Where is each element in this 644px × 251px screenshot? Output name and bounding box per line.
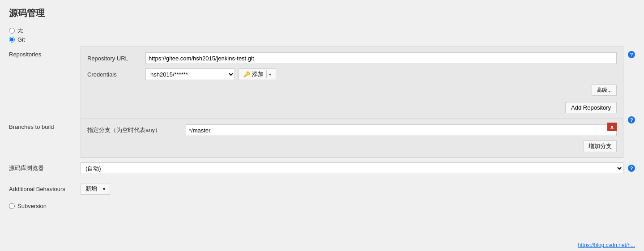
- branch-specifier-row: 指定分支（为空时代表any）: [87, 123, 617, 136]
- source-browser-help-icon[interactable]: ?: [628, 165, 635, 172]
- new-behaviour-arrow[interactable]: ▾: [100, 187, 105, 191]
- repositories-help-col: ? ?: [623, 47, 635, 123]
- repositories-help-icon[interactable]: ?: [628, 51, 635, 58]
- branches-label: Branches to build: [9, 119, 81, 134]
- bottom-link[interactable]: https://blog.csdn.net/h...: [578, 242, 635, 248]
- radio-none-label: 无: [17, 26, 23, 34]
- advanced-button[interactable]: 高级...: [592, 85, 617, 96]
- add-repository-button[interactable]: Add Repository: [565, 102, 617, 113]
- branch-specifier-label: 指定分支（为空时代表any）: [87, 126, 186, 134]
- page-title: 源码管理: [9, 7, 635, 19]
- branches-help-icon[interactable]: ?: [628, 116, 635, 123]
- branches-box: x 指定分支（为空时代表any） 增加分支: [81, 119, 623, 158]
- add-branch-button[interactable]: 增加分支: [584, 140, 617, 152]
- new-behaviour-button[interactable]: 新增 ▾: [81, 183, 110, 195]
- delete-icon: x: [610, 123, 614, 130]
- credentials-select[interactable]: hsh2015/******: [145, 68, 235, 80]
- add-credentials-label: 添加: [252, 70, 264, 78]
- repositories-box: Repository URL Credentials hsh2015/*****…: [81, 47, 623, 119]
- source-browser-label: 源码库浏览器: [9, 164, 81, 172]
- repositories-label: Repositories: [9, 47, 81, 61]
- delete-branch-button[interactable]: x: [607, 123, 617, 131]
- radio-none[interactable]: 无: [9, 26, 635, 34]
- add-credentials-arrow[interactable]: ▾: [266, 70, 271, 78]
- radio-git[interactable]: Git: [9, 36, 635, 43]
- credentials-row: Credentials hsh2015/****** 🔑 添加 ▾: [87, 68, 617, 80]
- branch-specifier-input[interactable]: [186, 124, 617, 136]
- additional-behaviours-section: Additional Behaviours 新增 ▾: [9, 179, 635, 199]
- additional-behaviours-label: Additional Behaviours: [9, 186, 81, 192]
- repo-url-input[interactable]: [145, 52, 617, 64]
- new-behaviour-label: 新增: [85, 185, 97, 193]
- branches-section: Branches to build x 指定分支（为空时代表any） 增加分支: [9, 119, 623, 158]
- credentials-label: Credentials: [87, 71, 145, 78]
- radio-subversion[interactable]: Subversion: [9, 199, 635, 213]
- radio-git-label: Git: [17, 36, 25, 43]
- radio-subversion-label: Subversion: [17, 203, 47, 209]
- repositories-section: Repositories Repository URL Credentials …: [9, 47, 635, 158]
- repo-url-label: Repository URL: [87, 55, 145, 62]
- repo-url-row: Repository URL: [87, 52, 617, 64]
- source-browser-section: 源码库浏览器 (自动) ?: [9, 158, 635, 179]
- add-credentials-button[interactable]: 🔑 添加 ▾: [239, 68, 276, 80]
- key-icon: 🔑: [243, 71, 250, 77]
- source-browser-select[interactable]: (自动): [81, 162, 623, 174]
